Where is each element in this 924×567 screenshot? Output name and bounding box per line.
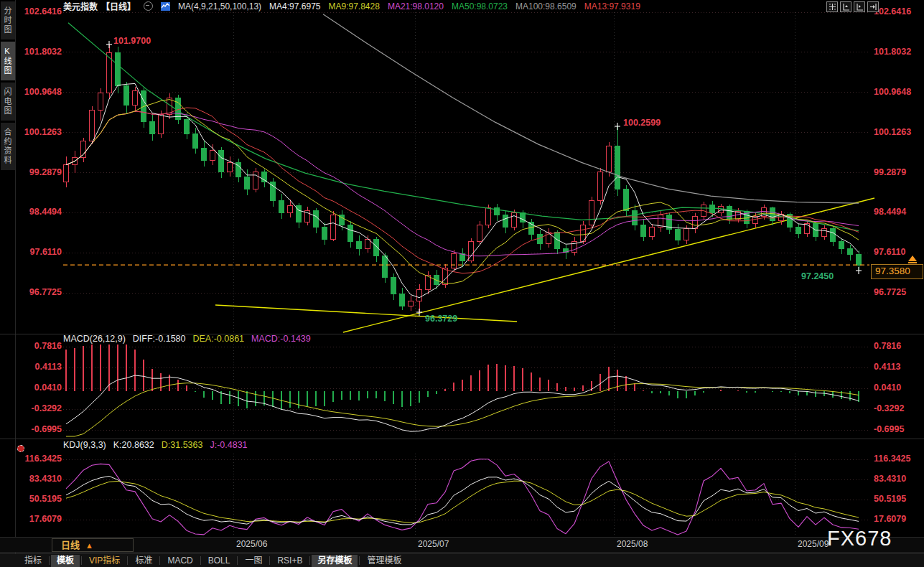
main-y-tick-left-1: 101.8032 [17, 47, 62, 57]
watermark-logo: FX678 [827, 527, 892, 550]
main-y-tick-right-5: 98.4494 [874, 207, 918, 217]
main-y-tick-left-3: 100.1263 [17, 127, 62, 137]
toolbar-tab-RSI+B[interactable]: RSI+B [271, 555, 308, 567]
main-y-tick-left-7: 96.7725 [17, 287, 62, 297]
toolbar-tab-VIP指标[interactable]: VIP指标 [83, 555, 126, 567]
kdj-y-tick-right-3: 17.6079 [874, 514, 918, 524]
main-y-tick-left-6: 97.6110 [17, 247, 62, 257]
ma-value-5: MA13:97.9319 [584, 1, 640, 11]
toolbar-tab-标准[interactable]: 标准 [129, 555, 158, 567]
kdj-k-value: K:20.8632 [113, 440, 154, 450]
macd-y-tick-right-2: 0.0410 [874, 383, 918, 393]
macd-panel-header: MACD(26,12,9) DIFF:-0.1580 DEA:-0.0861 M… [63, 334, 311, 344]
main-y-tick-right-3: 100.1263 [874, 127, 918, 137]
kdj-y-tick-left-2: 50.5195 [17, 494, 62, 504]
main-y-tick-left-5: 98.4494 [17, 207, 62, 217]
macd-label: MACD(26,12,9) [63, 334, 126, 344]
main-y-tick-right-4: 99.2879 [874, 167, 918, 177]
ma-summary: MA(4,9,21,50,100,13) [178, 1, 261, 11]
toolbar-separator [309, 556, 310, 565]
period-selector-button[interactable]: 日线▲ [52, 538, 134, 552]
price-marker-icon[interactable] [908, 256, 917, 261]
period-selector-label: 日线 [61, 540, 80, 550]
axis-zoom-in-icon[interactable] [840, 1, 851, 12]
main-y-tick-right-0: 102.6416 [874, 6, 918, 17]
toolbar-tab-管理模板[interactable]: 管理模板 [361, 555, 407, 567]
toolbar-tab-模板[interactable]: 模板 [51, 555, 80, 567]
ma-value-0: MA4:97.6975 [269, 1, 320, 11]
toolbar-tab-BOLL[interactable]: BOLL [202, 555, 236, 567]
kdj-j-value: J:-0.4831 [210, 440, 247, 450]
x-axis-date-2025/07: 2025/07 [418, 539, 449, 549]
toolbar-separator [49, 556, 50, 565]
symbol-title: 美元指数 [63, 0, 98, 12]
kdj-y-tick-right-2: 50.5195 [874, 494, 918, 504]
kdj-y-tick-left-1: 83.4310 [17, 474, 62, 484]
kdj-panel-header: KDJ(9,3,3) K:20.8632 D:31.5363 J:-0.4831 [63, 440, 248, 450]
low-price-label-1: 96.3729 [425, 314, 457, 324]
toolbar-separator [127, 556, 128, 565]
macd-macd-value: MACD:-0.1439 [251, 334, 311, 344]
high-price-label-2: 100.2599 [623, 118, 661, 128]
toolbar-separator [237, 556, 238, 565]
indicator-dot-icon[interactable] [17, 445, 24, 452]
macd-y-tick-left-0: 0.7816 [17, 341, 62, 351]
kdj-y-tick-left-3: 17.6079 [17, 514, 62, 524]
macd-dea-value: DEA:-0.0861 [192, 334, 244, 344]
ma-value-4: MA100:98.6509 [515, 1, 577, 11]
kdj-y-tick-left-0: 116.3425 [17, 454, 62, 464]
toolbar-tab-一图[interactable]: 一图 [239, 555, 268, 567]
kdj-label: KDJ(9,3,3) [63, 440, 106, 450]
ma-value-3: MA50:98.0723 [452, 1, 508, 11]
macd-y-tick-left-2: 0.0410 [17, 383, 62, 393]
macd-diff-value: DIFF:-0.1580 [133, 334, 186, 344]
toolbar-separator [359, 556, 360, 565]
toolbar-separator [81, 556, 82, 565]
main-y-tick-left-2: 100.9648 [17, 87, 62, 97]
x-axis-date-2025/08: 2025/08 [617, 539, 648, 549]
date-axis-bar [0, 537, 924, 553]
ma-value-1: MA9:97.8428 [329, 1, 380, 11]
macd-y-tick-left-1: 0.4113 [17, 362, 62, 372]
toolbar-separator [159, 556, 160, 565]
chart-canvas[interactable] [0, 0, 924, 567]
macd-y-tick-right-1: 0.4113 [874, 362, 918, 372]
macd-y-tick-left-3: -0.3292 [17, 403, 62, 413]
mini-chart-icon[interactable] [161, 2, 170, 11]
macd-y-tick-right-3: -0.3292 [874, 403, 918, 413]
period-label: 【日线】 [101, 0, 136, 12]
x-axis-date-2025/09: 2025/09 [798, 539, 829, 549]
jump-to-latest-icon[interactable] [867, 1, 879, 12]
main-y-tick-right-1: 101.8032 [874, 47, 918, 57]
toolbar-tab-MACD[interactable]: MACD [162, 555, 198, 567]
macd-y-tick-left-4: -0.6995 [17, 424, 62, 434]
chart-header: 美元指数 【日线】 MA(4,9,21,50,100,13) MA4:97.69… [63, 1, 640, 11]
kdj-y-tick-right-1: 83.4310 [874, 474, 918, 484]
high-price-label-1: 101.9700 [113, 36, 151, 46]
main-y-tick-left-4: 99.2879 [17, 167, 62, 177]
macd-y-tick-right-0: 0.7816 [874, 341, 918, 351]
kdj-y-tick-right-0: 116.3425 [874, 454, 918, 464]
main-y-tick-right-2: 100.9648 [874, 87, 918, 97]
toolbar-tab-另存模板[interactable]: 另存模板 [312, 555, 358, 567]
kdj-d-value: D:31.5363 [162, 440, 203, 450]
triangle-up-icon: ▲ [85, 541, 93, 550]
x-axis-date-2025/06: 2025/06 [236, 539, 267, 549]
ma-value-2: MA21:98.0120 [388, 1, 444, 11]
macd-y-tick-right-4: -0.6995 [874, 424, 918, 434]
chart-tool-icons [826, 1, 879, 12]
ma-values: MA4:97.6975MA9:97.8428MA21:98.0120MA50:9… [269, 1, 640, 11]
collapse-circle-icon[interactable] [144, 1, 153, 11]
toolbar-separator [269, 556, 270, 565]
bottom-toolbar: 指标模板VIP指标标准MACDBOLL一图RSI+B另存模板管理模板 [0, 553, 924, 567]
main-y-tick-left-0: 102.6416 [17, 6, 62, 17]
low-price-label-2: 97.2450 [801, 271, 834, 281]
toolbar-tab-指标[interactable]: 指标 [19, 555, 47, 567]
crosshair-move-icon[interactable] [826, 1, 838, 12]
main-y-tick-right-7: 96.7725 [874, 287, 918, 297]
current-price-badge: 97.3580 [871, 264, 923, 279]
toolbar-separator [200, 556, 201, 565]
axis-zoom-out-icon[interactable] [854, 1, 865, 12]
